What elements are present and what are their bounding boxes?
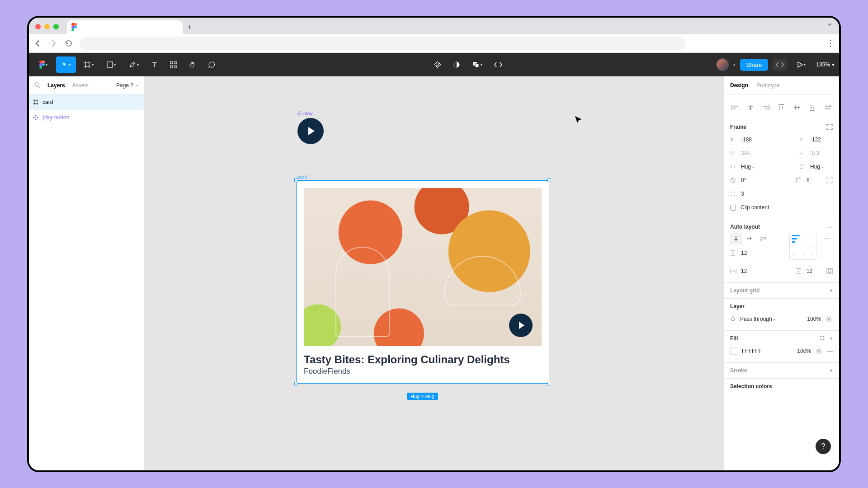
close-window-button[interactable] <box>35 24 41 29</box>
page-selector[interactable]: Page 2 <box>116 82 139 89</box>
alignment-box[interactable] <box>789 233 816 260</box>
dev-mode-button[interactable] <box>773 59 787 70</box>
align-hcenter-icon[interactable] <box>745 103 755 113</box>
h-input[interactable]: 313 <box>810 150 833 156</box>
address-input[interactable] <box>80 37 685 50</box>
shape-tool-button[interactable]: ▾ <box>101 56 121 73</box>
move-tool-button[interactable]: ▾ <box>56 56 76 73</box>
url-bar: ⋮ <box>29 34 839 53</box>
w-input[interactable]: 384 <box>741 150 750 156</box>
resize-to-fit-icon[interactable] <box>826 124 833 130</box>
align-vcenter-icon[interactable] <box>792 103 802 113</box>
forward-button[interactable] <box>49 39 58 48</box>
fill-style-icon[interactable] <box>820 335 825 342</box>
layers-tab[interactable]: Layers <box>47 82 65 89</box>
help-button[interactable]: ? <box>816 439 831 454</box>
fill-hex-input[interactable]: FFFFFF <box>742 348 762 354</box>
independent-padding-icon[interactable] <box>826 268 833 274</box>
add-stroke-icon[interactable]: + <box>830 367 833 374</box>
independent-corners-icon[interactable] <box>826 177 833 183</box>
zoom-control[interactable]: 135%▾ <box>816 61 835 68</box>
resources-button[interactable] <box>165 56 182 73</box>
search-icon[interactable] <box>34 82 40 88</box>
card-play-button[interactable] <box>509 314 533 337</box>
resize-handle-ne[interactable] <box>547 178 551 182</box>
avatar-caret-icon[interactable]: ▾ <box>733 62 736 67</box>
fill-visibility-icon[interactable] <box>816 348 823 354</box>
x-input[interactable]: -188 <box>741 136 752 143</box>
fill-opacity-input[interactable]: 100% <box>797 348 811 354</box>
clip-checkbox[interactable] <box>730 205 736 211</box>
opacity-input[interactable]: 100% <box>807 316 821 322</box>
align-top-icon[interactable] <box>776 103 786 113</box>
svg-point-20 <box>820 336 821 338</box>
frame-section: Frame X -188 Y -122 W 384 H 313 Hu <box>724 119 839 219</box>
layer-row-card[interactable]: card <box>29 94 144 110</box>
frame-section-title: Frame <box>730 124 746 130</box>
align-bottom-icon[interactable] <box>807 103 817 113</box>
fill-swatch[interactable] <box>730 347 737 355</box>
hug-w-select[interactable]: Hug ▾ <box>741 164 754 170</box>
svg-point-10 <box>35 83 38 86</box>
hand-tool-button[interactable] <box>184 56 201 73</box>
remove-autolayout-icon[interactable]: — <box>827 224 833 230</box>
browser-tab[interactable] <box>67 20 183 34</box>
visibility-icon[interactable] <box>826 316 833 322</box>
card-frame-label[interactable]: card <box>297 174 307 179</box>
card-frame[interactable]: Tasty Bites: Exploring Culinary Delights… <box>296 180 549 384</box>
direction-wrap-button[interactable] <box>757 233 769 244</box>
y-input[interactable]: -122 <box>810 136 833 143</box>
share-button[interactable]: Share <box>740 59 769 71</box>
align-left-icon[interactable] <box>730 103 740 113</box>
layer-row-play-button[interactable]: play-button <box>29 110 144 125</box>
pad-v-icon <box>796 268 802 274</box>
back-button[interactable] <box>33 39 42 48</box>
play-component-label[interactable]: play... <box>297 111 316 116</box>
main-menu-button[interactable]: ▾ <box>33 56 53 73</box>
pen-tool-button[interactable]: ▾ <box>124 56 144 73</box>
rotation-input[interactable]: 0° <box>741 177 746 183</box>
direction-vertical-button[interactable] <box>730 233 742 244</box>
user-avatar[interactable] <box>716 58 729 71</box>
reload-button[interactable] <box>64 39 73 48</box>
minimize-window-button[interactable] <box>44 24 50 29</box>
align-more-icon[interactable] <box>823 103 833 113</box>
direction-horizontal-button[interactable] <box>744 233 755 244</box>
resize-handle-se[interactable] <box>547 382 551 385</box>
pad-h-input[interactable]: 12 <box>741 268 747 274</box>
add-layout-grid-icon[interactable]: + <box>830 287 833 294</box>
component-icon[interactable] <box>429 56 446 73</box>
svg-point-14 <box>731 195 731 196</box>
layer-title: Layer <box>730 303 745 310</box>
present-button[interactable]: ▾ <box>792 56 811 73</box>
new-tab-button[interactable]: + <box>183 20 196 34</box>
mask-icon[interactable] <box>448 56 465 73</box>
corner-input[interactable]: 8 <box>807 177 822 183</box>
add-fill-icon[interactable]: + <box>830 335 833 342</box>
design-tab[interactable]: Design <box>730 82 748 89</box>
spread-input[interactable]: 3 <box>741 191 744 197</box>
autolayout-more-button[interactable]: ⋯ <box>821 233 833 244</box>
svg-point-22 <box>820 339 821 340</box>
pad-v-input[interactable]: 12 <box>807 268 822 274</box>
resize-handle-sw[interactable] <box>294 382 298 385</box>
prototype-tab[interactable]: Prototype <box>756 82 779 89</box>
browser-menu-button[interactable]: ⋮ <box>826 38 835 48</box>
gap-input[interactable]: 12 <box>741 250 747 256</box>
play-button-component[interactable] <box>297 118 324 144</box>
blend-select[interactable]: Pass through ▾ <box>740 316 775 322</box>
align-right-icon[interactable] <box>761 103 771 113</box>
dev-handoff-icon[interactable] <box>490 56 506 73</box>
assets-tab[interactable]: Assets <box>72 82 89 89</box>
tabstrip-dropdown-icon[interactable] <box>826 21 833 28</box>
canvas[interactable]: play... card Tasty Bites: Exploring <box>145 76 723 470</box>
w-label: W <box>730 150 736 156</box>
comment-tool-button[interactable] <box>203 56 220 73</box>
maximize-window-button[interactable] <box>53 24 59 29</box>
boolean-icon[interactable]: ▾ <box>467 56 487 73</box>
frame-tool-button[interactable]: ▾ <box>79 56 99 73</box>
resize-handle-nw[interactable] <box>294 178 298 182</box>
remove-fill-icon[interactable]: — <box>827 348 833 354</box>
text-tool-button[interactable] <box>146 56 163 73</box>
hug-h-select[interactable]: Hug ▾ <box>810 164 833 170</box>
